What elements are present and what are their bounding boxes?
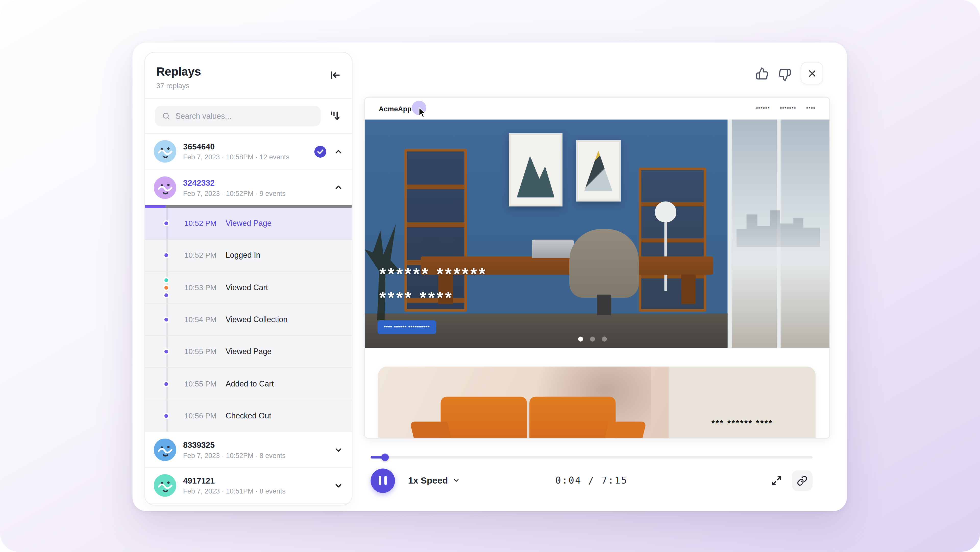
event-dot [163, 292, 169, 298]
hero-masked-headline: ****** ****** **** **** [380, 262, 487, 310]
thumbs-down-icon [778, 68, 791, 81]
event-time: 10:53 PM [184, 283, 226, 292]
expand-collapse-chevron[interactable] [333, 146, 343, 156]
picture-frame-2 [576, 140, 620, 201]
product-card: *** ****** **** [378, 367, 816, 439]
event-row[interactable]: 10:55 PM Added to Cart [145, 368, 352, 400]
picture-frame-1 [509, 133, 562, 206]
event-dots [163, 349, 169, 355]
event-dots [163, 277, 169, 298]
page-title: Replays [156, 65, 340, 79]
avatar-face [154, 140, 176, 163]
watched-check-badge [314, 145, 326, 157]
event-dot [163, 277, 169, 283]
search-row [145, 99, 352, 134]
replayed-app-logo: AcmeApp [379, 105, 412, 112]
replay-viewer[interactable]: AcmeApp ***************** [364, 97, 830, 439]
event-dot [163, 413, 169, 419]
replays-list: 3654640 Feb 7, 2023 · 10:58PM · 12 event… [145, 134, 352, 505]
bookshelf-right [639, 167, 706, 311]
thumbs-up-button[interactable] [756, 67, 769, 80]
replayed-app-header: AcmeApp ***************** [365, 97, 829, 120]
replay-id: 3654640 [183, 142, 307, 152]
pause-icon [379, 476, 381, 485]
carousel-dot [590, 337, 595, 342]
expand-collapse-chevron[interactable] [333, 182, 343, 192]
avatar-face [154, 176, 176, 198]
event-dot [163, 284, 169, 291]
app-nav-item: ****** [756, 106, 770, 111]
event-dot [163, 349, 169, 355]
avatar [154, 140, 176, 163]
copy-link-button[interactable] [792, 470, 813, 491]
event-time: 10:55 PM [184, 380, 226, 388]
event-label: Logged In [226, 251, 260, 260]
event-dots [163, 316, 169, 322]
event-dots [163, 381, 169, 387]
events-list: 10:52 PM Viewed Page 10:52 PM Logged In … [145, 208, 352, 432]
thumbs-up-icon [756, 67, 769, 80]
cursor-icon [417, 107, 427, 118]
collapse-sidebar-button[interactable] [328, 69, 342, 83]
hero-headline-line2: **** **** [380, 286, 487, 310]
replay-list-item[interactable]: 3654640 Feb 7, 2023 · 10:58PM · 12 event… [145, 134, 352, 170]
event-label: Viewed Cart [226, 283, 268, 292]
app-nav: ***************** [756, 106, 815, 111]
carousel-dots [578, 337, 607, 342]
laptop [532, 239, 574, 257]
product-info-panel: *** ****** **** [669, 367, 816, 439]
search-icon [162, 112, 170, 121]
replay-meta: Feb 7, 2023 · 10:52PM · 8 events [183, 451, 326, 459]
sort-descending-icon [329, 109, 341, 121]
replay-meta: Feb 7, 2023 · 10:52PM · 9 events [183, 189, 326, 197]
page-background: Replays 37 replays [0, 0, 980, 552]
office-chair [570, 229, 639, 298]
carousel-dot [578, 337, 583, 342]
expand-collapse-chevron[interactable] [333, 445, 343, 455]
hero-cta-button: **** ****** ********** [377, 320, 436, 334]
event-dot [163, 316, 169, 322]
event-row[interactable]: 10:54 PM Viewed Collection [145, 304, 352, 336]
replay-id: 3242332 [183, 178, 326, 188]
replay-list-item[interactable]: 3242332 Feb 7, 2023 · 10:52PM · 9 events [145, 170, 352, 205]
avatar [154, 176, 176, 198]
search-input[interactable] [175, 112, 313, 120]
total-duration: 7:15 [601, 475, 628, 486]
player-right-tools [771, 470, 813, 491]
hero-headline-line1: ****** ****** [380, 262, 487, 286]
replay-list-item[interactable]: 8339325 Feb 7, 2023 · 10:52PM · 8 events [145, 432, 352, 468]
event-row[interactable]: 10:52 PM Viewed Page [145, 208, 352, 240]
playback-progress-handle[interactable] [381, 454, 389, 461]
session-watch-progress-fill [145, 205, 165, 208]
playback-progress-bar[interactable] [371, 456, 812, 458]
event-label: Viewed Collection [226, 315, 288, 324]
event-row[interactable]: 10:53 PM Viewed Cart [145, 272, 352, 304]
replay-id: 8339325 [183, 440, 326, 450]
sort-button[interactable] [328, 109, 342, 123]
replay-meta: Feb 7, 2023 · 10:58PM · 12 events [183, 153, 307, 161]
expand-button[interactable] [771, 475, 783, 487]
close-button[interactable] [800, 62, 823, 84]
event-row[interactable]: 10:56 PM Checked Out [145, 400, 352, 432]
event-row[interactable]: 10:55 PM Viewed Page [145, 336, 352, 369]
avatar [154, 439, 176, 461]
thumbs-down-button[interactable] [778, 68, 791, 81]
playback-speed-dropdown[interactable]: 1x Speed [408, 475, 460, 485]
expand-collapse-chevron[interactable] [333, 480, 343, 490]
replay-list-item[interactable]: 4917121 Feb 7, 2023 · 10:51PM · 8 events [145, 468, 352, 504]
pause-button[interactable] [371, 468, 395, 493]
event-time: 10:52 PM [184, 251, 226, 260]
event-row[interactable]: 10:52 PM Logged In [145, 240, 352, 272]
replay-meta: Feb 7, 2023 · 10:51PM · 8 events [183, 487, 326, 495]
event-dots [163, 220, 169, 226]
chevron-down-icon [452, 477, 460, 484]
event-dots [163, 252, 169, 258]
event-time: 10:55 PM [184, 348, 226, 356]
playback-time: 0:04 / 7:15 [555, 475, 628, 486]
event-dots [163, 413, 169, 419]
modal-toolbar [756, 62, 823, 84]
search-box[interactable] [155, 106, 321, 126]
avatar [154, 474, 176, 497]
sidebar-header: Replays 37 replays [145, 53, 352, 99]
time-separator: / [588, 475, 595, 486]
